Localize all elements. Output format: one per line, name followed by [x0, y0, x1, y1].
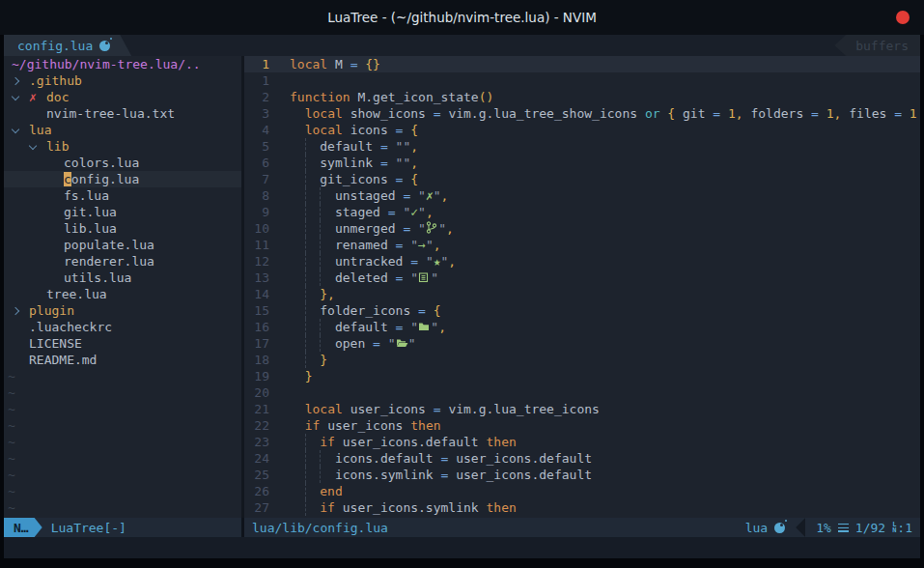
mode-label: N…: [14, 521, 29, 535]
git-branch-icon: [426, 220, 438, 237]
code-text: end: [269, 483, 343, 499]
empty-line-tilde: ~: [4, 434, 241, 450]
code-line-20[interactable]: 19 }: [244, 368, 920, 384]
tree-item-fs-lua[interactable]: fs.lua: [4, 187, 241, 204]
folder-icon: [418, 319, 431, 335]
cursor-block: c: [64, 172, 71, 186]
code-line-12[interactable]: 11 renamed = "→",: [244, 237, 920, 253]
line-number: 7: [244, 171, 269, 187]
tab-config-lua[interactable]: config.lua: [4, 35, 131, 56]
code-text: local M = {}: [269, 56, 380, 72]
code-line-24[interactable]: 23 if user_icons.default then: [244, 434, 920, 450]
code-text: untracked = "★",: [269, 253, 456, 270]
code-line-18[interactable]: 17 open = "": [244, 335, 920, 352]
chevron-right-icon[interactable]: [12, 308, 29, 314]
line-number: 12: [244, 253, 269, 270]
empty-line-tilde: ~: [4, 384, 241, 401]
code-line-17[interactable]: 16 default = "",: [244, 319, 920, 335]
empty-line-tilde: ~: [4, 483, 241, 499]
line-number: 22: [244, 417, 269, 434]
code-line-8[interactable]: 7 git_icons = {: [244, 171, 920, 187]
code-line-21[interactable]: 20: [244, 384, 920, 401]
tree-item-readme-md[interactable]: README.md: [4, 352, 241, 368]
tree-item-nvim-tree-lua-txt[interactable]: nvim-tree-lua.txt: [4, 105, 241, 122]
tree-item-utils-lua[interactable]: utils.lua: [4, 270, 241, 286]
indent-guide: [305, 467, 321, 483]
command-line[interactable]: [4, 537, 920, 558]
tree-item-label: config.lua: [64, 171, 139, 187]
code-line-13[interactable]: 12 untracked = "★",: [244, 253, 920, 270]
line-number: 27: [244, 499, 269, 516]
code-line-4[interactable]: 3 local show_icons = vim.g.lua_tree_show…: [244, 105, 920, 122]
window-title: LuaTree - (~/github/nvim-tree.lua) - NVI…: [327, 10, 597, 25]
indent-guide: [305, 220, 321, 237]
tree-item-label: fs.lua: [64, 187, 109, 204]
code-line-25[interactable]: 24 icons.default = user_icons.default: [244, 450, 920, 467]
tree-item-label: README.md: [29, 352, 97, 368]
tree-item-lib-lua[interactable]: lib.lua: [4, 220, 241, 237]
tree-item-lib[interactable]: lib: [4, 138, 241, 155]
code-text: [269, 72, 290, 89]
code-line-28[interactable]: 27 if user_icons.symlink then: [244, 499, 920, 516]
window-indicator-icon[interactable]: [896, 11, 910, 24]
code-line-11[interactable]: 10 unmerged = "",: [244, 220, 920, 237]
buffers-segment[interactable]: buffers: [834, 35, 920, 56]
tree-item-license[interactable]: LICENSE: [4, 335, 241, 352]
code-line-16[interactable]: 15 folder_icons = {: [244, 302, 920, 319]
tree-item-label: doc: [46, 89, 69, 105]
code-line-5[interactable]: 4 local icons = {: [244, 122, 920, 138]
tree-item-colors-lua[interactable]: colors.lua: [4, 155, 241, 171]
code-line-1[interactable]: 1local M = {}: [244, 56, 920, 72]
chevron-down-icon[interactable]: [29, 145, 46, 149]
indent-guide: [320, 204, 335, 220]
indent-guide: [305, 286, 321, 302]
tree-item-label: utils.lua: [64, 270, 131, 286]
tree-item-populate-lua[interactable]: populate.lua: [4, 237, 241, 253]
tree-item-config-lua[interactable]: config.lua: [4, 171, 241, 187]
tree-item-renderer-lua[interactable]: renderer.lua: [4, 253, 241, 270]
code-line-2[interactable]: 1: [244, 72, 920, 89]
line-number: 4: [244, 122, 269, 138]
tree-item-doc[interactable]: ✗doc: [4, 89, 241, 105]
code-text: open = "": [269, 335, 416, 352]
nvim-window: LuaTree - (~/github/nvim-tree.lua) - NVI…: [0, 0, 924, 568]
code-line-7[interactable]: 6 symlink = "",: [244, 155, 920, 171]
tree-item-label: tree.lua: [46, 286, 107, 302]
tree-item-label: plugin: [29, 302, 74, 319]
line-number: 1: [244, 72, 269, 89]
code-line-9[interactable]: 8 unstaged = "✗",: [244, 187, 920, 204]
chevron-down-icon[interactable]: [12, 96, 29, 99]
tree-item--github[interactable]: .github: [4, 72, 241, 89]
empty-line-tilde: ~: [4, 368, 241, 384]
code-line-23[interactable]: 22 if user_icons then: [244, 417, 920, 434]
chevron-left-icon: [796, 518, 805, 537]
chevron-down-icon[interactable]: [12, 128, 29, 132]
line-number: 2: [244, 89, 269, 105]
code-line-15[interactable]: 14 },: [244, 286, 920, 302]
code-line-14[interactable]: 13 deleted = "": [244, 270, 920, 286]
code-text: if user_icons.symlink then: [269, 499, 517, 516]
mode-indicator: N…: [4, 518, 42, 537]
indent-guide: [320, 335, 335, 352]
code-line-22[interactable]: 21 local user_icons = vim.g.lua_tree_ico…: [244, 401, 920, 417]
tree-item--luacheckrc[interactable]: .luacheckrc: [4, 319, 241, 335]
frame: config.lua buffers ~/github/nvim-tree.lu…: [0, 35, 924, 558]
empty-line-tilde: ~: [4, 499, 241, 516]
statusline-editor: lua/lib/config.lua lua 1% 1/92 :1: [244, 518, 920, 537]
code-line-26[interactable]: 25 icons.symlink = user_icons.default: [244, 467, 920, 483]
tree-item-git-lua[interactable]: git.lua: [4, 204, 241, 220]
code-line-27[interactable]: 26 end: [244, 483, 920, 499]
code-line-3[interactable]: 2function M.get_icon_state(): [244, 89, 920, 105]
scroll-percent: 1%: [816, 521, 831, 535]
git-unstaged-icon: ✗: [29, 89, 46, 105]
tree-item-lua[interactable]: lua: [4, 122, 241, 138]
tree-item--github-nvim-tree-lua-[interactable]: ~/github/nvim-tree.lua/..: [4, 56, 241, 72]
line-number: 23: [244, 434, 269, 450]
chevron-right-icon[interactable]: [12, 78, 29, 84]
code-line-10[interactable]: 9 staged = "✓",: [244, 204, 920, 220]
code-text: symlink = "",: [269, 155, 418, 171]
code-line-6[interactable]: 5 default = "",: [244, 138, 920, 155]
tree-item-plugin[interactable]: plugin: [4, 302, 241, 319]
code-line-19[interactable]: 18 }: [244, 352, 920, 368]
tree-item-tree-lua[interactable]: tree.lua: [4, 286, 241, 302]
